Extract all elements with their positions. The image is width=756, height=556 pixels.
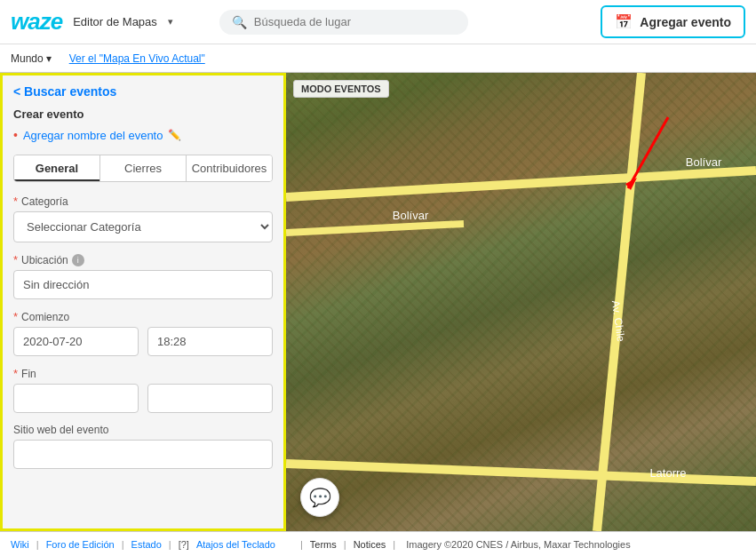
comienzo-label: * Comienzo [13,310,273,323]
svg-text:Bolívar: Bolívar [393,209,429,222]
main-content: < Buscar eventos Crear evento • Agregar … [0,73,756,531]
event-name-row: • Agregar nombre del evento ✏️ [13,128,273,142]
calendar-icon: 📅 [615,13,633,30]
fin-time-input[interactable] [147,384,273,413]
map-area: MODO EVENTOS Chile Bolívar Bolívar Av. C… [286,73,756,531]
map-overlay: Chile Bolívar Bolívar Av. Chile Latorre [286,73,756,531]
comienzo-time-input[interactable] [147,327,273,356]
svg-text:Latorre: Latorre [649,466,686,480]
edit-icon[interactable]: ✏️ [168,129,181,141]
tabs-container: General Cierres Contribuidores [13,155,273,182]
categoria-label: * Categoría [13,195,273,208]
comienzo-group: * Comienzo [13,310,273,356]
fin-label: * Fin [13,367,273,380]
editor-dropdown-arrow[interactable]: ▾ [168,16,173,28]
sidebar: < Buscar eventos Crear evento • Agregar … [0,73,286,531]
mode-badge: MODO EVENTOS [293,80,389,98]
sitio-web-group: Sitio web del evento [13,424,273,469]
fin-row [13,384,273,413]
ubicacion-label: * Ubicación i [13,253,273,266]
sitio-web-label: Sitio web del evento [13,424,273,436]
required-bullet: • [13,128,18,142]
tab-general[interactable]: General [14,155,100,181]
fin-date-input[interactable] [13,384,139,413]
notices-link[interactable]: Notices [354,539,386,550]
ubicacion-group: * Ubicación i [13,253,273,299]
foro-link[interactable]: Foro de Edición [46,539,115,550]
comienzo-row [13,327,273,356]
top-bar: waze Editor de Mapas ▾ 🔍 📅 Agregar event… [0,0,756,44]
add-event-label: Agregar evento [640,15,731,29]
ubicacion-input[interactable] [13,270,273,299]
editor-label: Editor de Mapas [73,15,157,28]
chat-icon: 💬 [309,487,331,508]
svg-text:Bolívar: Bolívar [686,155,722,169]
add-event-button[interactable]: 📅 Agregar evento [601,5,745,38]
atajos-link[interactable]: Atajos del Teclado [196,539,275,550]
svg-line-2 [286,224,464,233]
second-bar: Mundo ▾ Ver el "Mapa En Vivo Actual" [0,44,756,73]
tab-cierres[interactable]: Cierres [100,155,187,181]
ubicacion-info-icon[interactable]: i [72,254,84,266]
categoria-select[interactable]: Seleccionar Categoría Accidente Construc… [13,211,273,242]
search-bar: 🔍 [219,10,468,35]
fin-group: * Fin [13,367,273,413]
sitio-web-input[interactable] [13,440,273,469]
wiki-link[interactable]: Wiki [11,539,29,550]
svg-line-1 [286,171,756,197]
back-to-search-link[interactable]: < Buscar eventos [13,84,273,99]
estado-link[interactable]: Estado [131,539,162,550]
categoria-group: * Categoría Seleccionar Categoría Accide… [13,195,273,242]
tab-contribuidores[interactable]: Contribuidores [187,155,272,181]
add-event-name-link[interactable]: Agregar nombre del evento [23,129,163,142]
terms-link[interactable]: Terms [310,539,337,550]
live-map-link[interactable]: Ver el "Mapa En Vivo Actual" [69,52,205,65]
mundo-dropdown[interactable]: Mundo ▾ [11,52,52,65]
comienzo-date-input[interactable] [13,327,139,356]
create-event-heading: Crear evento [13,107,273,121]
waze-logo: waze [11,8,62,36]
copyright-text: Imagery ©2020 CNES / Airbus, Maxar Techn… [406,539,630,550]
search-icon: 🔍 [232,15,247,29]
search-input[interactable] [254,15,456,28]
question-icon: [?] [179,539,189,550]
chat-button[interactable]: 💬 [300,478,339,517]
bottom-bar: Wiki | Foro de Edición | Estado | [?] At… [0,531,756,556]
